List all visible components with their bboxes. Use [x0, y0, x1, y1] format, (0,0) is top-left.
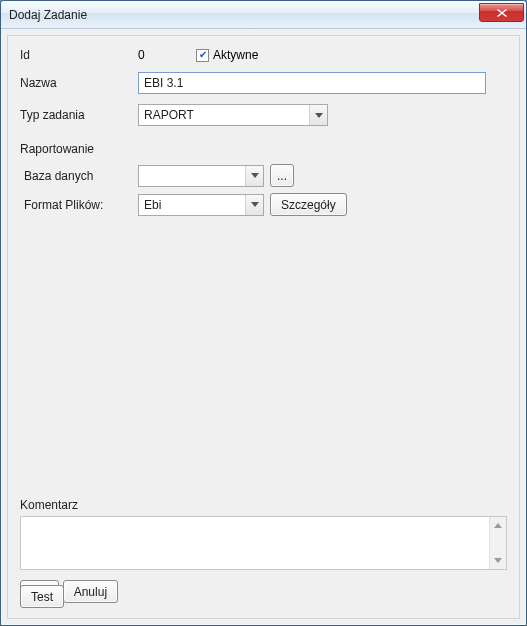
close-icon	[497, 9, 507, 17]
id-label: Id	[20, 48, 138, 62]
database-select[interactable]	[138, 165, 264, 187]
file-format-label: Format Plików:	[24, 198, 138, 212]
main-panel: Id 0 ✔ Aktywne Nazwa Typ zadania	[7, 35, 520, 619]
chevron-down-icon	[245, 166, 263, 186]
comment-textarea[interactable]	[21, 517, 488, 569]
row-database: Baza danych ...	[20, 164, 507, 187]
chevron-down-icon	[309, 105, 327, 125]
database-label: Baza danych	[24, 169, 138, 183]
footer: Test OK Anuluj	[20, 580, 507, 608]
titlebar[interactable]: Dodaj Zadanie	[1, 1, 526, 29]
name-label: Nazwa	[20, 76, 138, 90]
chevron-down-icon	[245, 195, 263, 215]
window-title: Dodaj Zadanie	[9, 8, 479, 22]
browse-button[interactable]: ...	[270, 164, 294, 187]
row-file-format: Format Plików: Ebi Szczegóły	[20, 193, 507, 216]
comment-label: Komentarz	[20, 498, 507, 512]
row-task-type: Typ zadania RAPORT	[20, 104, 507, 126]
file-format-value: Ebi	[144, 198, 161, 212]
checkbox-box: ✔	[196, 49, 209, 62]
task-type-value: RAPORT	[144, 108, 194, 122]
id-value: 0	[138, 48, 196, 62]
close-button[interactable]	[479, 3, 524, 22]
comment-wrap	[20, 516, 507, 570]
window: Dodaj Zadanie Id 0 ✔ Aktywne N	[0, 0, 527, 626]
client-area: Id 0 ✔ Aktywne Nazwa Typ zadania	[1, 29, 526, 625]
active-checkbox[interactable]: ✔ Aktywne	[196, 48, 258, 62]
scroll-down-icon[interactable]	[490, 552, 506, 569]
file-format-select[interactable]: Ebi	[138, 194, 264, 216]
check-icon: ✔	[199, 50, 207, 60]
cancel-button[interactable]: Anuluj	[63, 580, 118, 603]
row-name: Nazwa	[20, 72, 507, 94]
test-button[interactable]: Test	[20, 585, 64, 608]
reporting-section-title: Raportowanie	[20, 142, 507, 156]
row-id: Id 0 ✔ Aktywne	[20, 48, 507, 62]
active-label: Aktywne	[213, 48, 258, 62]
name-input[interactable]	[138, 72, 486, 94]
task-type-label: Typ zadania	[20, 108, 138, 122]
details-button[interactable]: Szczegóły	[270, 193, 347, 216]
scroll-up-icon[interactable]	[490, 517, 506, 534]
task-type-select[interactable]: RAPORT	[138, 104, 328, 126]
scrollbar[interactable]	[489, 517, 506, 569]
